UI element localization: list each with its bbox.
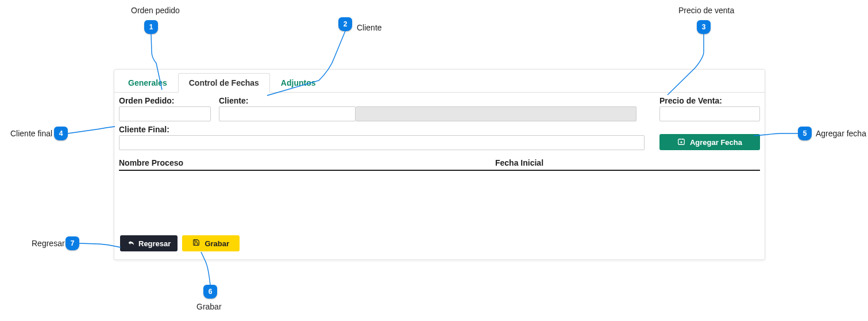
precio-venta-label: Precio de Venta: xyxy=(659,96,760,105)
cliente-final-label: Cliente Final: xyxy=(119,125,645,134)
grabar-label: Grabar xyxy=(205,239,229,248)
callout-text-2: Cliente xyxy=(357,23,382,32)
regresar-button[interactable]: Regresar xyxy=(120,235,178,251)
callout-text-1: Orden pedido xyxy=(131,6,180,15)
footer-actions: Regresar Grabar xyxy=(114,228,765,259)
col-fecha-inicial: Fecha Inicial xyxy=(495,158,760,167)
cliente-final-input[interactable] xyxy=(119,135,645,150)
agregar-fecha-label: Agregar Fecha xyxy=(690,138,742,147)
col-nombre-proceso: Nombre Proceso xyxy=(119,158,495,167)
tab-generales[interactable]: Generales xyxy=(117,73,178,93)
agregar-fecha-button[interactable]: Agregar Fecha xyxy=(659,134,760,150)
callout-badge-3: 3 xyxy=(697,20,711,34)
cliente-readonly xyxy=(356,106,636,121)
process-table: Nombre Proceso Fecha Inicial xyxy=(119,158,760,211)
table-body-empty xyxy=(119,171,760,211)
precio-venta-input[interactable] xyxy=(659,106,760,121)
callout-text-6: Grabar xyxy=(196,302,222,311)
callout-badge-2: 2 xyxy=(338,17,352,31)
tab-adjuntos[interactable]: Adjuntos xyxy=(270,73,327,93)
main-panel: Generales Control de Fechas Adjuntos Ord… xyxy=(114,69,765,260)
regresar-label: Regresar xyxy=(138,239,171,248)
cliente-label: Cliente: xyxy=(219,96,636,105)
grabar-button[interactable]: Grabar xyxy=(182,235,240,251)
callout-text-4: Cliente final xyxy=(10,129,52,138)
scroll-area[interactable]: Orden Pedido: Cliente: Precio de Venta: … xyxy=(114,93,765,228)
calendar-plus-icon xyxy=(677,137,685,147)
callout-badge-4: 4 xyxy=(54,127,68,140)
tab-control-fechas[interactable]: Control de Fechas xyxy=(178,73,270,93)
orden-pedido-input[interactable] xyxy=(119,106,211,121)
callout-text-3: Precio de venta xyxy=(678,6,734,15)
reply-icon xyxy=(127,239,135,248)
tabs-bar: Generales Control de Fechas Adjuntos xyxy=(114,70,765,93)
callout-badge-6: 6 xyxy=(203,285,217,299)
orden-pedido-label: Orden Pedido: xyxy=(119,96,211,105)
cliente-input[interactable] xyxy=(219,106,356,121)
callout-badge-1: 1 xyxy=(144,20,158,34)
callout-text-7: Regresar xyxy=(32,239,65,248)
callout-text-5: Agregar fecha xyxy=(816,129,866,138)
save-icon xyxy=(192,239,200,248)
callout-badge-7: 7 xyxy=(65,236,79,250)
callout-badge-5: 5 xyxy=(798,127,812,140)
